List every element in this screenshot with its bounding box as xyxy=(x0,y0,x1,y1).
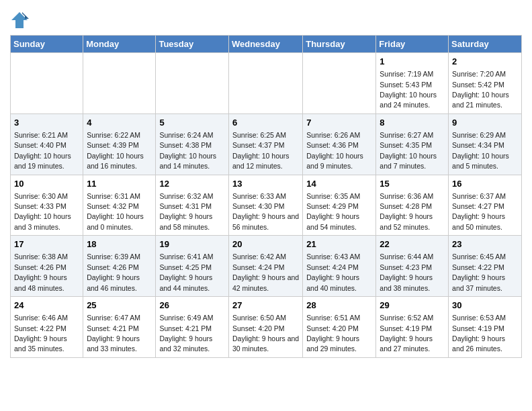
day-info: Sunrise: 6:50 AM Sunset: 4:20 PM Dayligh… xyxy=(232,314,299,353)
day-info: Sunrise: 6:31 AM Sunset: 4:32 PM Dayligh… xyxy=(87,192,144,231)
day-info: Sunrise: 6:41 AM Sunset: 4:25 PM Dayligh… xyxy=(159,253,213,291)
day-cell xyxy=(83,53,156,114)
day-cell: 14Sunrise: 6:35 AM Sunset: 4:29 PM Dayli… xyxy=(303,175,376,236)
day-info: Sunrise: 6:47 AM Sunset: 4:21 PM Dayligh… xyxy=(87,314,140,353)
calendar-header: SundayMondayTuesdayWednesdayThursdayFrid… xyxy=(11,36,522,53)
col-header-tuesday: Tuesday xyxy=(156,36,229,53)
day-number: 27 xyxy=(232,300,299,312)
day-number: 26 xyxy=(159,300,225,312)
day-info: Sunrise: 6:32 AM Sunset: 4:31 PM Dayligh… xyxy=(159,192,213,231)
day-cell: 18Sunrise: 6:39 AM Sunset: 4:26 PM Dayli… xyxy=(83,236,156,297)
day-info: Sunrise: 6:25 AM Sunset: 4:37 PM Dayligh… xyxy=(232,131,290,170)
day-cell: 4Sunrise: 6:22 AM Sunset: 4:39 PM Daylig… xyxy=(83,113,156,175)
day-number: 13 xyxy=(232,178,299,190)
day-info: Sunrise: 6:38 AM Sunset: 4:26 PM Dayligh… xyxy=(14,253,68,291)
day-number: 4 xyxy=(87,117,152,129)
day-number: 16 xyxy=(452,178,518,190)
day-number: 7 xyxy=(306,117,372,129)
calendar-table: SundayMondayTuesdayWednesdayThursdayFrid… xyxy=(10,35,522,358)
col-header-saturday: Saturday xyxy=(449,36,522,53)
col-header-friday: Friday xyxy=(376,36,449,53)
day-cell: 19Sunrise: 6:41 AM Sunset: 4:25 PM Dayli… xyxy=(156,236,229,297)
day-info: Sunrise: 6:37 AM Sunset: 4:27 PM Dayligh… xyxy=(452,192,506,231)
day-info: Sunrise: 6:30 AM Sunset: 4:33 PM Dayligh… xyxy=(14,192,71,231)
svg-marker-0 xyxy=(11,12,28,28)
day-number: 10 xyxy=(14,178,79,190)
day-cell: 11Sunrise: 6:31 AM Sunset: 4:32 PM Dayli… xyxy=(83,175,156,236)
week-row-3: 17Sunrise: 6:38 AM Sunset: 4:26 PM Dayli… xyxy=(11,236,522,297)
day-cell: 2Sunrise: 7:20 AM Sunset: 5:42 PM Daylig… xyxy=(449,53,522,114)
week-row-4: 24Sunrise: 6:46 AM Sunset: 4:22 PM Dayli… xyxy=(11,297,522,358)
day-cell: 22Sunrise: 6:44 AM Sunset: 4:23 PM Dayli… xyxy=(376,236,449,297)
day-cell: 28Sunrise: 6:51 AM Sunset: 4:20 PM Dayli… xyxy=(303,297,376,358)
day-info: Sunrise: 7:19 AM Sunset: 5:43 PM Dayligh… xyxy=(380,70,437,109)
day-cell: 24Sunrise: 6:46 AM Sunset: 4:22 PM Dayli… xyxy=(11,297,83,358)
day-info: Sunrise: 6:52 AM Sunset: 4:19 PM Dayligh… xyxy=(380,314,433,353)
day-info: Sunrise: 6:46 AM Sunset: 4:22 PM Dayligh… xyxy=(14,314,68,353)
day-number: 29 xyxy=(380,300,445,312)
day-info: Sunrise: 6:44 AM Sunset: 4:23 PM Dayligh… xyxy=(380,253,433,291)
day-number: 30 xyxy=(452,300,518,312)
day-cell: 25Sunrise: 6:47 AM Sunset: 4:21 PM Dayli… xyxy=(83,297,156,358)
day-cell: 9Sunrise: 6:29 AM Sunset: 4:34 PM Daylig… xyxy=(449,113,522,175)
day-number: 15 xyxy=(380,178,445,190)
day-cell: 26Sunrise: 6:49 AM Sunset: 4:21 PM Dayli… xyxy=(156,297,229,358)
day-cell: 15Sunrise: 6:36 AM Sunset: 4:28 PM Dayli… xyxy=(376,175,449,236)
day-number: 20 xyxy=(232,238,299,250)
day-number: 22 xyxy=(380,238,445,250)
day-info: Sunrise: 6:43 AM Sunset: 4:24 PM Dayligh… xyxy=(306,253,360,291)
logo xyxy=(10,11,32,30)
day-info: Sunrise: 6:33 AM Sunset: 4:30 PM Dayligh… xyxy=(232,192,299,231)
day-info: Sunrise: 6:39 AM Sunset: 4:26 PM Dayligh… xyxy=(87,253,140,291)
day-cell: 13Sunrise: 6:33 AM Sunset: 4:30 PM Dayli… xyxy=(228,175,302,236)
day-info: Sunrise: 6:26 AM Sunset: 4:36 PM Dayligh… xyxy=(306,131,363,170)
day-info: Sunrise: 6:29 AM Sunset: 4:34 PM Dayligh… xyxy=(452,131,509,170)
day-info: Sunrise: 6:35 AM Sunset: 4:29 PM Dayligh… xyxy=(306,192,360,231)
day-cell xyxy=(303,53,376,114)
day-info: Sunrise: 6:42 AM Sunset: 4:24 PM Dayligh… xyxy=(232,253,299,291)
day-cell xyxy=(228,53,302,114)
day-number: 8 xyxy=(380,117,445,129)
day-cell: 5Sunrise: 6:24 AM Sunset: 4:38 PM Daylig… xyxy=(156,113,229,175)
day-info: Sunrise: 6:49 AM Sunset: 4:21 PM Dayligh… xyxy=(159,314,213,353)
day-cell: 1Sunrise: 7:19 AM Sunset: 5:43 PM Daylig… xyxy=(376,53,449,114)
col-header-sunday: Sunday xyxy=(11,36,83,53)
day-cell: 20Sunrise: 6:42 AM Sunset: 4:24 PM Dayli… xyxy=(228,236,302,297)
day-number: 3 xyxy=(14,117,79,129)
week-row-1: 3Sunrise: 6:21 AM Sunset: 4:40 PM Daylig… xyxy=(11,113,522,175)
day-number: 12 xyxy=(159,178,225,190)
day-cell: 27Sunrise: 6:50 AM Sunset: 4:20 PM Dayli… xyxy=(228,297,302,358)
day-info: Sunrise: 6:45 AM Sunset: 4:22 PM Dayligh… xyxy=(452,253,506,291)
day-number: 18 xyxy=(87,238,152,250)
day-info: Sunrise: 6:51 AM Sunset: 4:20 PM Dayligh… xyxy=(306,314,360,353)
day-cell: 8Sunrise: 6:27 AM Sunset: 4:35 PM Daylig… xyxy=(376,113,449,175)
day-number: 2 xyxy=(452,56,518,68)
day-number: 24 xyxy=(14,300,79,312)
day-number: 28 xyxy=(306,300,372,312)
logo-icon xyxy=(10,11,29,30)
day-cell: 6Sunrise: 6:25 AM Sunset: 4:37 PM Daylig… xyxy=(228,113,302,175)
day-info: Sunrise: 6:21 AM Sunset: 4:40 PM Dayligh… xyxy=(14,131,71,170)
day-cell xyxy=(11,53,83,114)
header xyxy=(10,7,522,30)
day-info: Sunrise: 6:27 AM Sunset: 4:35 PM Dayligh… xyxy=(380,131,437,170)
day-cell: 7Sunrise: 6:26 AM Sunset: 4:36 PM Daylig… xyxy=(303,113,376,175)
day-cell: 23Sunrise: 6:45 AM Sunset: 4:22 PM Dayli… xyxy=(449,236,522,297)
day-number: 23 xyxy=(452,238,518,250)
day-number: 17 xyxy=(14,238,79,250)
week-row-0: 1Sunrise: 7:19 AM Sunset: 5:43 PM Daylig… xyxy=(11,53,522,114)
day-cell: 16Sunrise: 6:37 AM Sunset: 4:27 PM Dayli… xyxy=(449,175,522,236)
day-number: 1 xyxy=(380,56,445,68)
day-cell: 10Sunrise: 6:30 AM Sunset: 4:33 PM Dayli… xyxy=(11,175,83,236)
day-info: Sunrise: 7:20 AM Sunset: 5:42 PM Dayligh… xyxy=(452,70,509,109)
day-info: Sunrise: 6:24 AM Sunset: 4:38 PM Dayligh… xyxy=(159,131,216,170)
col-header-monday: Monday xyxy=(83,36,156,53)
day-cell: 17Sunrise: 6:38 AM Sunset: 4:26 PM Dayli… xyxy=(11,236,83,297)
day-number: 6 xyxy=(232,117,299,129)
day-number: 9 xyxy=(452,117,518,129)
day-number: 14 xyxy=(306,178,372,190)
day-cell: 30Sunrise: 6:53 AM Sunset: 4:19 PM Dayli… xyxy=(449,297,522,358)
day-number: 5 xyxy=(159,117,225,129)
day-number: 11 xyxy=(87,178,152,190)
week-row-2: 10Sunrise: 6:30 AM Sunset: 4:33 PM Dayli… xyxy=(11,175,522,236)
